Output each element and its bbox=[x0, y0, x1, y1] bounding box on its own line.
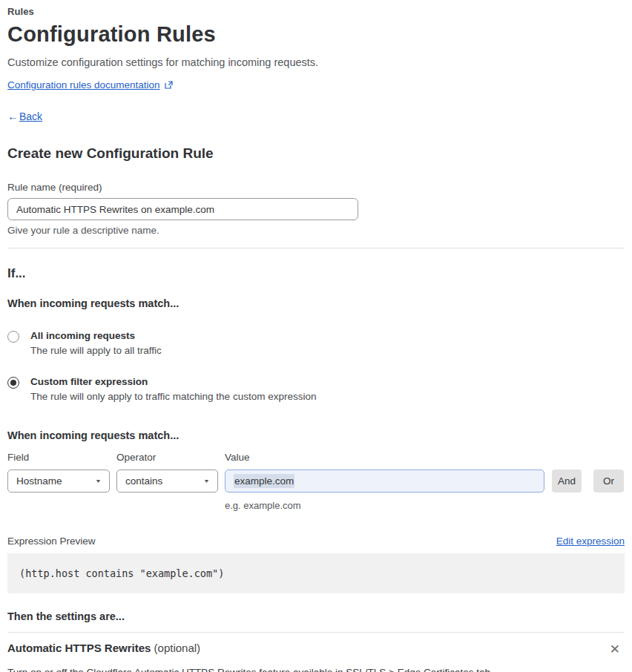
close-icon[interactable]: ✕ bbox=[607, 642, 623, 657]
field-select[interactable]: Hostname ▼ bbox=[7, 470, 110, 493]
value-input-text: example.com bbox=[234, 474, 294, 488]
radio-description: The rule will only apply to traffic matc… bbox=[30, 391, 316, 402]
radio-label: All incoming requests bbox=[30, 330, 162, 341]
page-title: Configuration Rules bbox=[7, 22, 625, 47]
rule-name-label: Rule name (required) bbox=[7, 182, 625, 193]
create-rule-section-title: Create new Configuration Rule bbox=[7, 145, 625, 162]
setting-title: Automatic HTTPS Rewrites (optional) bbox=[7, 642, 200, 654]
rule-name-help: Give your rule a descriptive name. bbox=[7, 225, 625, 236]
request-match-radio-group: All incoming requests The rule will appl… bbox=[7, 330, 625, 402]
field-select-value: Hostname bbox=[16, 475, 62, 487]
and-button[interactable]: And bbox=[552, 470, 582, 493]
expression-preview-block: (http.host contains "example.com") bbox=[7, 553, 625, 593]
back-arrow-icon: ← bbox=[7, 110, 19, 122]
value-example-help: e.g. example.com bbox=[225, 500, 625, 511]
edit-expression-link[interactable]: Edit expression bbox=[556, 536, 625, 547]
value-input[interactable]: example.com bbox=[225, 470, 544, 493]
value-column-label: Value bbox=[225, 452, 544, 463]
operator-select-value: contains bbox=[125, 475, 162, 487]
chevron-down-icon: ▼ bbox=[95, 478, 102, 484]
operator-column-label: Operator bbox=[116, 452, 218, 463]
section-divider bbox=[7, 248, 625, 248]
expression-builder-row: Field Hostname ▼ Operator contains ▼ Val… bbox=[7, 452, 625, 493]
setting-description: Turn on or off the Cloudflare Automatic … bbox=[7, 667, 625, 672]
expression-builder-heading: When incoming requests match... bbox=[7, 429, 625, 441]
match-heading: When incoming requests match... bbox=[7, 297, 625, 309]
external-link-icon bbox=[165, 81, 173, 89]
page-subtitle: Customize configuration settings for mat… bbox=[7, 56, 625, 68]
configuration-rules-page: Rules Configuration Rules Customize conf… bbox=[0, 0, 632, 672]
back-link[interactable]: Back bbox=[19, 111, 42, 122]
setting-optional-tag: (optional) bbox=[154, 642, 201, 654]
field-column-label: Field bbox=[7, 452, 110, 463]
setting-title-text: Automatic HTTPS Rewrites bbox=[7, 642, 151, 654]
then-settings-heading: Then the settings are... bbox=[7, 610, 625, 622]
radio-description: The rule will apply to all traffic bbox=[30, 345, 162, 356]
breadcrumb: Rules bbox=[7, 6, 625, 17]
if-section-title: If... bbox=[7, 266, 625, 281]
expression-preview-label: Expression Preview bbox=[7, 536, 96, 547]
setting-card-automatic-https-rewrites: Automatic HTTPS Rewrites (optional) ✕ Tu… bbox=[7, 632, 625, 672]
radio-button-unselected[interactable] bbox=[7, 331, 19, 343]
chevron-down-icon: ▼ bbox=[203, 478, 210, 484]
radio-option-custom-filter[interactable]: Custom filter expression The rule will o… bbox=[7, 376, 625, 402]
rule-name-input[interactable] bbox=[7, 198, 358, 220]
radio-label: Custom filter expression bbox=[30, 376, 316, 387]
radio-option-all-requests[interactable]: All incoming requests The rule will appl… bbox=[7, 330, 625, 356]
or-button[interactable]: Or bbox=[593, 470, 624, 493]
radio-button-selected[interactable] bbox=[7, 377, 19, 389]
expression-code: (http.host contains "example.com") bbox=[19, 567, 224, 579]
documentation-link[interactable]: Configuration rules documentation bbox=[7, 79, 160, 90]
operator-select[interactable]: contains ▼ bbox=[116, 470, 218, 493]
